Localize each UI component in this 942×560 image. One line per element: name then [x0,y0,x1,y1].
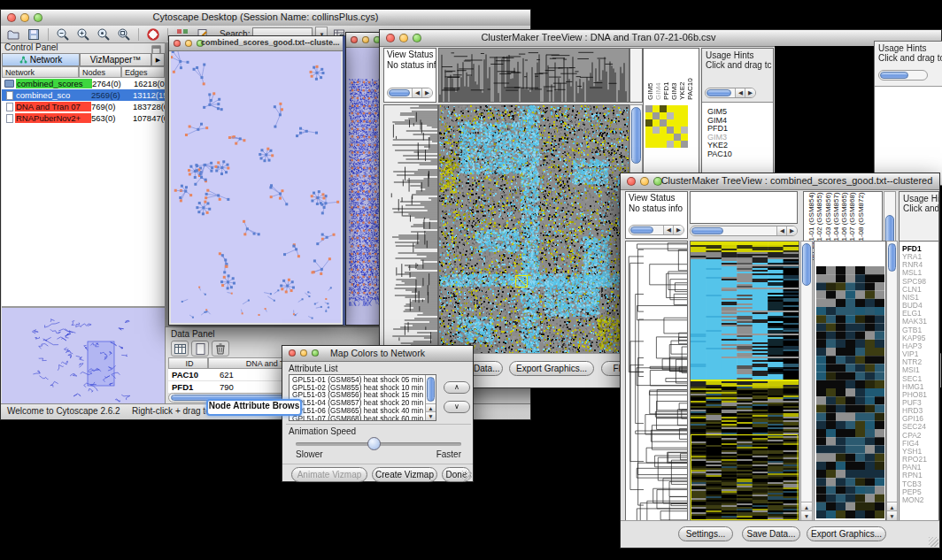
move-down-button[interactable]: ∨ [444,401,470,413]
zoom-selected-icon[interactable] [95,27,112,42]
column-header-edges[interactable]: Edges [121,66,165,78]
scrollbar-thumb[interactable] [427,377,435,402]
scrollbar-thumb[interactable] [389,89,410,96]
network-row[interactable]: combined_sco2569(6)13112(15) [2,89,165,101]
tab-network-label: Network [30,55,63,65]
resize-grip[interactable] [462,471,472,480]
scrollbar-thumb[interactable] [706,89,731,96]
animate-vizmap-button[interactable]: Animate Vizmap [291,467,367,482]
tab-vizmapper[interactable]: VizMapper™ [80,53,151,66]
scrollbar-thumb[interactable] [691,227,723,234]
view-status-text: No status info [626,203,687,214]
zoom-out-icon[interactable] [54,27,72,42]
labels-h-scrollbar[interactable]: ◀ ▶ [705,88,756,98]
dialog-titlebar[interactable]: Map Colors to Network [282,346,473,362]
open-file-icon[interactable] [4,27,22,42]
network-row[interactable]: RNAPuberNov2+563(0)107847(0) [2,112,165,124]
column-header-network[interactable]: Network [2,66,79,78]
resize-grip[interactable] [929,537,938,547]
treeview2-col-dendrogram-panel[interactable] [690,191,798,224]
save-data-button[interactable]: Save Data... [742,526,800,541]
treeview2-title: ClusterMaker TreeView : combined_scores_… [660,175,934,186]
trash-icon[interactable] [212,341,229,357]
scrollbar-thumb[interactable] [802,243,811,286]
network1-view-canvas[interactable] [171,51,341,322]
network1-view[interactable] [171,51,341,323]
network2-view-canvas[interactable] [349,79,379,306]
view-status-scrollbar[interactable]: ◀ ▶ [629,225,684,235]
attribute-list-item[interactable]: GPL51-07 (GSM868) heat shock 60 min [290,415,424,421]
zoom-button[interactable] [413,34,421,42]
network2-titlebar[interactable] [346,33,380,48]
close-button[interactable] [627,177,636,186]
save-icon[interactable] [25,27,42,42]
close-button[interactable] [174,40,181,47]
scroll-right-arrow[interactable]: ▶ [421,88,432,97]
cytoscape-titlebar[interactable]: Cytoscape Desktop (Session Name: collins… [1,10,530,27]
attribute-listbox[interactable]: GPL51-01 (GSM854) heat shock 05 minGPL51… [289,374,436,421]
heatmap-canvas[interactable] [691,242,799,522]
network-row[interactable]: DNA and Tran 07769(0)183728(0) [2,101,165,112]
help-lifering-icon[interactable] [144,27,162,42]
listbox-scrollbar[interactable]: ▲ ▼ [425,375,436,420]
column-dendrogram-canvas[interactable] [439,49,629,102]
close-button[interactable] [351,36,358,43]
view-status-scrollbar[interactable]: ◀ ▶ [387,88,433,98]
zoom-in-icon[interactable] [74,27,92,42]
heatmap-canvas[interactable] [439,105,629,355]
row-dendrogram-canvas[interactable] [384,105,437,355]
network-row[interactable]: combined_scores2764(0)16218(0) [2,78,165,89]
slower-label: Slower [296,449,323,459]
scrollbar-thumb[interactable] [631,107,641,164]
data-column-id[interactable]: ID [168,357,208,369]
node-table-icon[interactable] [171,341,189,357]
treeview2-h-scrollbar[interactable]: ◀ ▶ [690,226,798,236]
minimize-button[interactable] [640,177,649,186]
scroll-down-arrow[interactable]: ▼ [426,411,436,420]
network-overview-panel[interactable] [2,306,165,408]
matrix-cell [674,105,681,112]
matrix-cell [645,119,652,127]
network-overview-canvas[interactable] [4,310,161,406]
usage-hints-title: Usage Hints [900,192,938,203]
correlation-matrix[interactable] [645,105,688,148]
scroll-down-arrow[interactable]: ▼ [801,510,812,520]
map-colors-dialog: Map Colors to Network Attribute List GPL… [282,345,474,482]
zoom-fit-icon[interactable] [115,27,133,42]
scroll-right-arrow[interactable]: ▶ [673,226,683,234]
data-panel-title: Data Panel [171,329,214,339]
settings-button[interactable]: Settings... [678,526,733,541]
matrix-cell [667,105,674,112]
divider [286,424,471,425]
network1-titlebar[interactable]: combined_scores_good.txt--cluste... [169,36,343,51]
network-tree-empty-area [2,124,166,306]
scrollbar-thumb[interactable] [888,243,896,272]
scroll-right-arrow[interactable]: ▶ [745,88,755,97]
minimize-button[interactable] [185,40,192,47]
column-header-nodes[interactable]: Nodes [79,66,121,78]
usage-scrollbar[interactable] [878,70,928,81]
zoom-v-scrollbar[interactable]: ▲ ▼ [886,241,898,521]
new-page-icon[interactable] [191,341,209,357]
move-up-button[interactable]: ∧ [444,381,470,394]
export-graphics-button[interactable]: Export Graphics... [509,361,594,376]
minimize-button[interactable] [399,34,408,42]
minimize-button[interactable] [362,36,369,43]
row-dendrogram-canvas[interactable] [626,242,687,520]
speed-slider-thumb[interactable] [367,437,381,450]
treeview1-titlebar[interactable]: ClusterMaker TreeView : DNA and Tran 07-… [380,30,941,47]
tab-overflow-arrow[interactable]: ▶ [151,53,165,66]
treeview2-v-scrollbar[interactable]: ▲ ▼ [800,241,813,521]
node-attribute-browser-tab[interactable]: Node Attribute Brows [206,399,302,416]
column-label: GIM4 [654,50,662,100]
treeview2-titlebar[interactable]: ClusterMaker TreeView : combined_scores_… [621,173,939,190]
scroll-right-arrow[interactable]: ▶ [786,226,797,235]
tab-network[interactable]: Network [2,53,80,66]
close-button[interactable] [386,34,395,42]
zoom-heatmap-canvas[interactable] [816,266,884,518]
scroll-down-arrow[interactable]: ▼ [887,510,897,520]
scrollbar-thumb[interactable] [630,226,653,234]
scrollbar-thumb[interactable] [880,72,908,79]
export-graphics-button[interactable]: Export Graphics... [807,526,886,541]
create-vizmap-button[interactable]: Create Vizmap [372,467,437,482]
